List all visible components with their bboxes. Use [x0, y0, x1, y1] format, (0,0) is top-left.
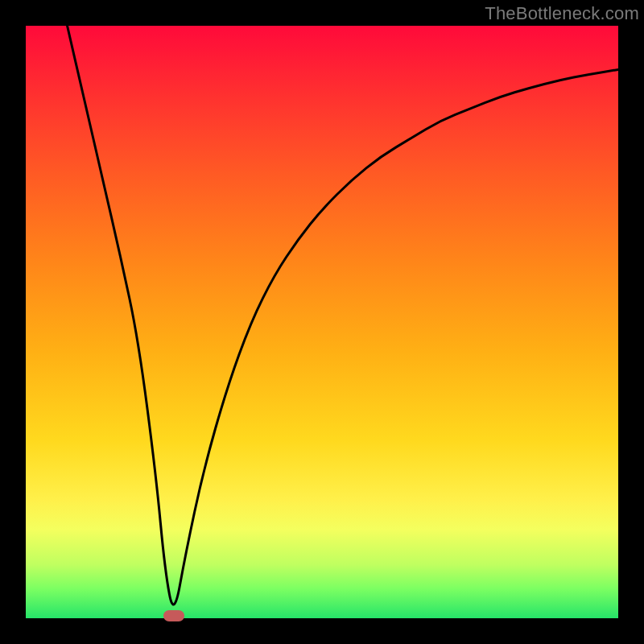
- bottleneck-curve: [26, 26, 618, 618]
- minimum-marker: [163, 610, 184, 621]
- plot-area: [26, 26, 618, 618]
- chart-frame: TheBottleneck.com: [0, 0, 644, 644]
- watermark-text: TheBottleneck.com: [485, 3, 639, 24]
